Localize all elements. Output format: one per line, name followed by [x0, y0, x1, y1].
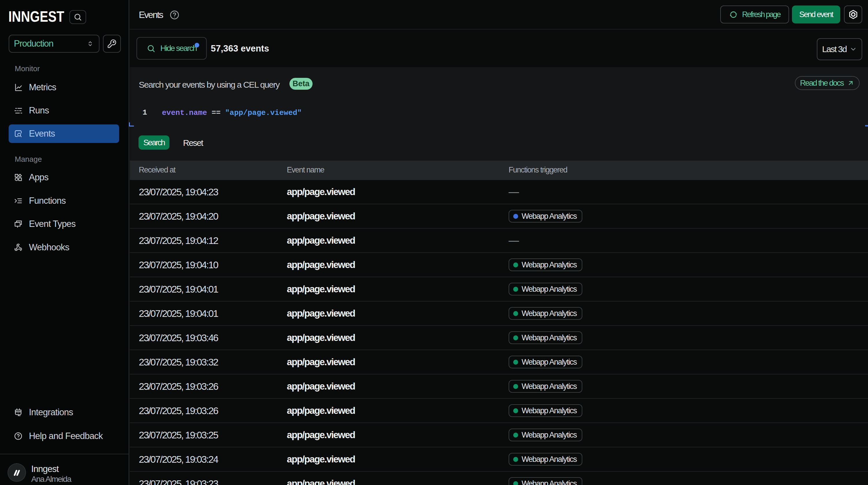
svg-text:INNGEST: INNGEST — [8, 9, 64, 24]
